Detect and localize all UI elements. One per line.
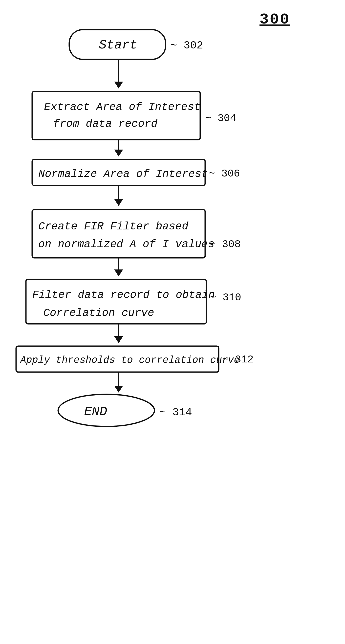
end-label: END xyxy=(84,405,107,419)
start-ref: ~ 302 xyxy=(170,39,203,52)
svg-marker-7 xyxy=(114,270,123,276)
svg-marker-9 xyxy=(114,336,123,343)
step-306-ref: ~ 306 xyxy=(209,168,240,180)
svg-marker-1 xyxy=(114,82,123,88)
step-308-ref: ~ 308 xyxy=(210,238,241,250)
svg-marker-3 xyxy=(114,150,123,156)
step-310-ref: ~ 310 xyxy=(210,292,241,304)
start-label: Start xyxy=(99,38,138,52)
step-304-label-line1: Extract Area of Interest xyxy=(44,101,201,113)
step-310-label-line1: Filter data record to obtain xyxy=(32,289,215,301)
step-308-label-line1: Create FIR Filter based xyxy=(38,220,188,233)
step-312-ref: ~ 312 xyxy=(222,354,254,366)
step-304-label-line2: from data record xyxy=(53,118,158,130)
svg-marker-5 xyxy=(114,199,123,206)
step-308-label-line2: on normalized A of I values xyxy=(38,238,214,250)
step-304-ref: ~ 304 xyxy=(205,112,236,124)
step-306-label: Normalize Area of Interest xyxy=(38,168,208,180)
step-310-label-line2: Correlation curve xyxy=(43,307,154,319)
step-308-box xyxy=(32,210,205,258)
diagram-title: 300 xyxy=(260,11,290,28)
end-ref: ~ 314 xyxy=(160,406,192,418)
step-312-label: Apply thresholds to correlation curve xyxy=(20,355,240,366)
step-304-box xyxy=(32,92,200,140)
svg-marker-11 xyxy=(114,386,123,392)
flowchart-diagram: 300 Start ~ 302 Extract Area of Interest… xyxy=(0,0,345,644)
